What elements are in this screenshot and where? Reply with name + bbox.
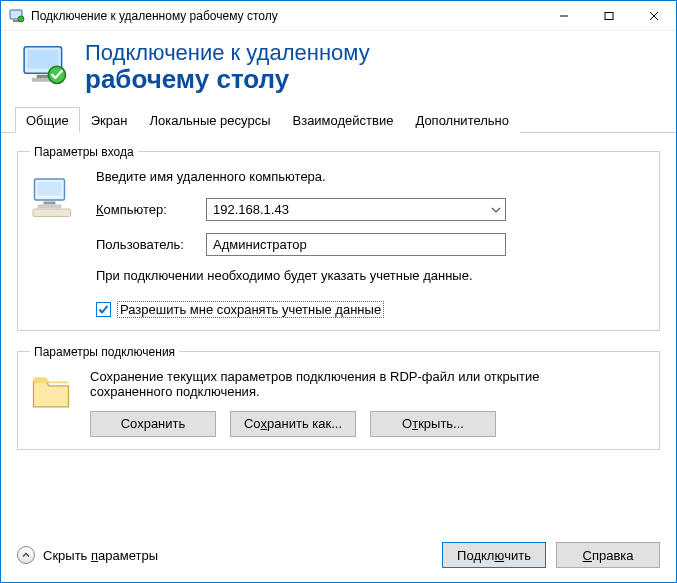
connection-group-legend: Параметры подключения	[30, 345, 179, 359]
computer-label: Компьютер:	[96, 202, 206, 217]
header-line-2: рабочему столу	[85, 65, 370, 94]
folder-icon	[30, 371, 72, 413]
close-button[interactable]	[631, 1, 676, 30]
tab-local-resources[interactable]: Локальные ресурсы	[138, 107, 281, 133]
rdp-monitor-icon	[21, 42, 71, 92]
svg-point-2	[18, 16, 24, 22]
tab-content-general: Параметры входа Введите имя удаленного к…	[1, 133, 676, 532]
app-icon	[9, 8, 25, 24]
tab-experience[interactable]: Взаимодействие	[282, 107, 405, 133]
tab-advanced[interactable]: Дополнительно	[404, 107, 520, 133]
svg-rect-4	[605, 12, 613, 19]
svg-rect-15	[38, 204, 62, 208]
minimize-button[interactable]	[541, 1, 586, 30]
save-button[interactable]: Сохранить	[90, 411, 216, 437]
hide-options-toggle[interactable]	[17, 546, 35, 564]
hide-options-label[interactable]: Скрыть параметры	[43, 548, 158, 563]
tabs: Общие Экран Локальные ресурсы Взаимодейс…	[1, 106, 676, 133]
user-label: Пользователь:	[96, 237, 206, 252]
chevron-down-icon	[491, 204, 501, 215]
user-textbox[interactable]: Администратор	[206, 233, 506, 256]
connection-group: Параметры подключения Сохранение текущих…	[17, 345, 660, 450]
svg-rect-8	[27, 50, 58, 69]
svg-rect-14	[44, 201, 56, 204]
svg-rect-16	[33, 209, 71, 217]
tab-display[interactable]: Экран	[80, 107, 139, 133]
save-credentials-checkbox[interactable]	[96, 302, 111, 317]
svg-rect-9	[37, 75, 50, 78]
footer: Скрыть параметры Подключить Справка	[1, 532, 676, 582]
credentials-note: При подключении необходимо будет указать…	[96, 268, 516, 283]
login-group-legend: Параметры входа	[30, 145, 138, 159]
save-credentials-label: Разрешить мне сохранять учетные данные	[117, 301, 384, 318]
header-line-1: Подключение к удаленному	[85, 41, 370, 65]
titlebar: Подключение к удаленному рабочему столу	[1, 1, 676, 31]
window-title: Подключение к удаленному рабочему столу	[31, 9, 541, 23]
save-credentials-checkbox-row[interactable]: Разрешить мне сохранять учетные данные	[96, 301, 647, 318]
computer-icon	[30, 173, 78, 221]
svg-rect-13	[38, 182, 62, 196]
save-as-button[interactable]: Сохранить как...	[230, 411, 356, 437]
header-text: Подключение к удаленному рабочему столу	[85, 41, 370, 94]
help-button[interactable]: Справка	[556, 542, 660, 568]
login-group: Параметры входа Введите имя удаленного к…	[17, 145, 660, 331]
maximize-button[interactable]	[586, 1, 631, 30]
login-instruction: Введите имя удаленного компьютера.	[96, 169, 647, 184]
computer-value: 192.168.1.43	[213, 202, 289, 217]
user-value: Администратор	[213, 237, 307, 252]
rdp-window: Подключение к удаленному рабочему столу …	[0, 0, 677, 583]
open-button[interactable]: Открыть...	[370, 411, 496, 437]
window-controls	[541, 1, 676, 30]
connection-text: Сохранение текущих параметров подключени…	[90, 369, 610, 399]
connect-button[interactable]: Подключить	[442, 542, 546, 568]
tab-general[interactable]: Общие	[15, 107, 80, 133]
chevron-up-icon	[22, 551, 30, 559]
header: Подключение к удаленному рабочему столу	[1, 31, 676, 100]
computer-combobox[interactable]: 192.168.1.43	[206, 198, 506, 221]
